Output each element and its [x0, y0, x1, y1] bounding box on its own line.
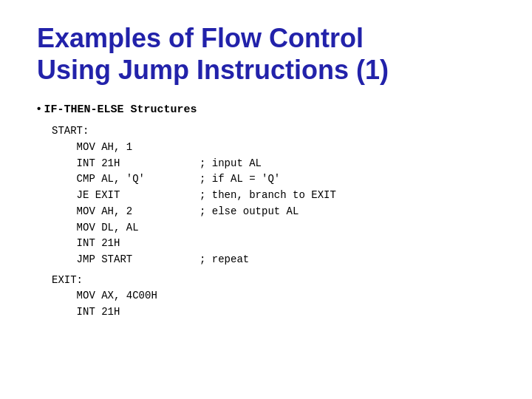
instruction-6: MOV DL, AL — [52, 220, 200, 236]
exit-instruction-1: MOV AX, 4C00H — [52, 288, 200, 304]
instruction-3: CMP AL, 'Q' — [52, 171, 200, 188]
exit-instruction-2: INT 21H — [52, 304, 200, 321]
instruction-7: INT 21H — [52, 236, 200, 252]
instruction-5: MOV AH, 2 — [52, 204, 200, 220]
code-block: START: MOV AH, 1 INT 21H ; input AL CMP … — [52, 123, 495, 320]
code-line-8: JMP START ; repeat — [52, 252, 495, 268]
code-line-1: MOV AH, 1 — [52, 140, 495, 156]
exit-line-2: INT 21H — [52, 304, 495, 321]
start-label-line: START: — [52, 123, 495, 140]
instruction-4: JE EXIT — [52, 188, 200, 204]
comment-2: ; input AL — [200, 156, 262, 172]
comment-5: ; else output AL — [200, 204, 299, 220]
slide: Examples of Flow Control Using Jump Inst… — [0, 0, 532, 399]
code-line-5: MOV AH, 2 ; else output AL — [52, 204, 495, 220]
code-line-6: MOV DL, AL — [52, 220, 495, 236]
code-line-7: INT 21H — [52, 236, 495, 252]
instruction-1: MOV AH, 1 — [52, 140, 200, 156]
bullet-label: IF-THEN-ELSE Structures — [37, 102, 495, 116]
exit-label: EXIT: — [52, 273, 200, 289]
code-line-2: INT 21H ; input AL — [52, 156, 495, 172]
code-line-4: JE EXIT ; then, branch to EXIT — [52, 188, 495, 204]
instruction-2: INT 21H — [52, 156, 200, 172]
exit-line-1: MOV AX, 4C00H — [52, 288, 495, 304]
comment-8: ; repeat — [200, 252, 249, 268]
bullet-section: IF-THEN-ELSE Structures START: MOV AH, 1… — [37, 102, 495, 320]
comment-3: ; if AL = 'Q' — [200, 171, 280, 188]
code-line-3: CMP AL, 'Q' ; if AL = 'Q' — [52, 171, 495, 188]
exit-label-line: EXIT: — [52, 273, 495, 289]
slide-title: Examples of Flow Control Using Jump Inst… — [37, 22, 495, 86]
start-label: START: — [52, 123, 200, 140]
instruction-8: JMP START — [52, 252, 200, 268]
comment-4: ; then, branch to EXIT — [200, 188, 336, 204]
